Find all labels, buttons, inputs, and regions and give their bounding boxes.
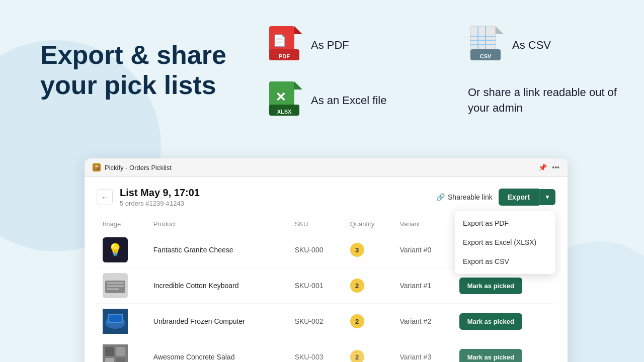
- window-title: Pickify - Orders Picklist: [105, 164, 172, 171]
- csv-icon: CSV: [468, 25, 503, 65]
- list-header-right: 🔗 Shareable link Export ▼ Export as PDF …: [436, 189, 555, 206]
- cell-qty: 3: [344, 232, 394, 268]
- col-sku: SKU: [289, 216, 344, 232]
- table-row: Unbranded Frozen Computer SKU-002 2 Vari…: [97, 304, 555, 339]
- cell-sku: SKU-001: [289, 268, 344, 304]
- cell-product: Unbranded Frozen Computer: [147, 304, 289, 339]
- window-titlebar: 📦 Pickify - Orders Picklist 📌 •••: [85, 158, 568, 177]
- product-image-cheese: 💡: [103, 237, 128, 262]
- quantity-badge: 2: [350, 350, 364, 362]
- link-icon: 🔗: [436, 193, 445, 201]
- col-image: Image: [97, 216, 147, 232]
- cell-variant: Variant #2: [393, 304, 453, 339]
- cell-image: 💡: [97, 232, 147, 268]
- export-option-pdf: PDF 📄 As PDF: [267, 25, 428, 65]
- cell-image: [97, 339, 147, 363]
- xlsx-icon: ✕ XLSX: [267, 80, 302, 121]
- cell-variant: Variant #3: [393, 339, 453, 363]
- product-variant: Variant #0: [399, 246, 431, 254]
- product-variant: Variant #2: [399, 317, 431, 325]
- export-dropdown-button[interactable]: ▼: [539, 189, 555, 205]
- app-inner: ← List May 9, 17:01 5 orders #1239-#1243…: [85, 177, 568, 362]
- product-sku: SKU-002: [295, 317, 324, 325]
- cell-image: [97, 268, 147, 304]
- mark-picked-button[interactable]: Mark as picked: [459, 313, 522, 330]
- product-image-computer: [103, 309, 128, 334]
- pdf-icon: PDF 📄: [267, 25, 302, 65]
- svg-marker-6: [496, 26, 503, 34]
- mark-picked-button[interactable]: Mark as picked: [459, 278, 522, 294]
- svg-rect-29: [105, 347, 114, 356]
- export-csv-item[interactable]: Export as CSV: [455, 252, 555, 271]
- export-dropdown-menu: Export as PDF Export as Excel (XLSX) Exp…: [455, 211, 555, 274]
- export-option-xlsx: ✕ XLSX As an Excel file: [267, 80, 428, 121]
- list-title: List May 9, 17:01: [120, 187, 200, 199]
- svg-rect-23: [107, 288, 119, 290]
- cell-image: [97, 304, 147, 339]
- cell-product: Fantastic Granite Cheese: [147, 232, 289, 268]
- product-image-salad: [103, 344, 128, 362]
- product-sku: SKU-003: [295, 353, 324, 361]
- quantity-badge: 3: [350, 243, 364, 257]
- cell-action: Mark as picked: [453, 339, 555, 363]
- cell-qty: 2: [344, 339, 394, 363]
- cell-sku: SKU-003: [289, 339, 344, 363]
- export-pdf-item[interactable]: Export as PDF: [455, 214, 555, 233]
- svg-rect-31: [105, 358, 114, 362]
- product-name: Awesome Concrete Salad: [153, 353, 235, 361]
- svg-rect-27: [109, 315, 122, 322]
- svg-text:📄: 📄: [273, 34, 287, 47]
- svg-marker-15: [294, 81, 302, 89]
- col-product: Product: [147, 216, 289, 232]
- window-title-left: 📦 Pickify - Orders Picklist: [93, 163, 172, 171]
- col-quantity: Quantity: [344, 216, 394, 232]
- xlsx-label: As an Excel file: [311, 94, 386, 107]
- export-main-button[interactable]: Export: [499, 189, 539, 206]
- cell-sku: SKU-000: [289, 232, 344, 268]
- product-variant: Variant #3: [399, 353, 431, 361]
- cell-action: Mark as picked: [453, 304, 555, 339]
- svg-text:PDF: PDF: [279, 53, 290, 59]
- export-options-grid: PDF 📄 As PDF CSV: [267, 25, 629, 121]
- product-name: Fantastic Granite Cheese: [153, 246, 233, 254]
- app-window: 📦 Pickify - Orders Picklist 📌 ••• ← List…: [85, 158, 568, 362]
- cell-qty: 2: [344, 268, 394, 304]
- svg-rect-21: [107, 282, 124, 284]
- svg-rect-22: [107, 285, 124, 287]
- product-sku: SKU-000: [295, 246, 324, 254]
- export-option-link: Or share a link readable out of your adm…: [468, 85, 629, 116]
- more-icon[interactable]: •••: [552, 163, 559, 171]
- back-button[interactable]: ←: [97, 189, 113, 205]
- hero-text-block: Export & share your pick lists: [40, 40, 252, 101]
- export-button-group: Export ▼: [499, 189, 555, 206]
- svg-marker-1: [294, 26, 302, 34]
- mark-picked-button[interactable]: Mark as picked: [459, 349, 522, 363]
- table-row: Awesome Concrete Salad SKU-003 2 Variant…: [97, 339, 555, 363]
- product-name: Incredible Cotton Keyboard: [153, 282, 239, 290]
- shareable-link-button[interactable]: 🔗 Shareable link: [436, 193, 493, 201]
- app-favicon: 📦: [93, 163, 101, 171]
- csv-label: As CSV: [512, 39, 551, 52]
- product-variant: Variant #1: [399, 282, 431, 290]
- pdf-label: As PDF: [311, 39, 349, 52]
- product-image-keyboard: [103, 273, 128, 298]
- cell-variant: Variant #1: [393, 268, 453, 304]
- quantity-badge: 2: [350, 279, 364, 293]
- svg-text:CSV: CSV: [480, 53, 492, 59]
- export-xlsx-item[interactable]: Export as Excel (XLSX): [455, 233, 555, 252]
- cell-variant: Variant #0: [393, 232, 453, 268]
- share-link-text: Or share a link readable out of your adm…: [468, 85, 629, 116]
- svg-text:✕: ✕: [275, 89, 286, 105]
- svg-rect-32: [116, 358, 125, 362]
- product-name: Unbranded Frozen Computer: [153, 317, 245, 325]
- hero-title: Export & share your pick lists: [40, 40, 252, 101]
- pin-icon[interactable]: 📌: [538, 163, 547, 171]
- list-info: List May 9, 17:01 5 orders #1239-#1243: [120, 187, 200, 207]
- svg-text:XLSX: XLSX: [277, 109, 292, 115]
- window-controls: 📌 •••: [538, 163, 559, 171]
- cell-product: Awesome Concrete Salad: [147, 339, 289, 363]
- product-sku: SKU-001: [295, 282, 324, 290]
- cell-product: Incredible Cotton Keyboard: [147, 268, 289, 304]
- cell-sku: SKU-002: [289, 304, 344, 339]
- list-header-left: ← List May 9, 17:01 5 orders #1239-#1243: [97, 187, 200, 207]
